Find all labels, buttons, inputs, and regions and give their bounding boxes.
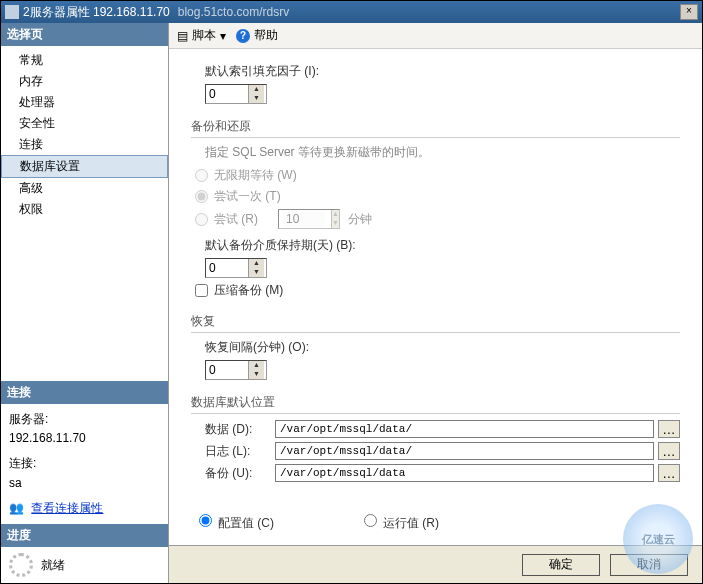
backup-browse-button[interactable]: …: [658, 464, 680, 482]
retention-stepper[interactable]: ▲▼: [205, 258, 267, 278]
select-page-header: 选择页: [1, 23, 168, 46]
wait-indefinitely-label: 无限期等待 (W): [214, 167, 297, 184]
log-location-label: 日志 (L):: [205, 443, 275, 460]
app-icon: [5, 5, 19, 19]
try-once-label: 尝试一次 (T): [214, 188, 281, 205]
try-for-radio: [195, 213, 208, 226]
recovery-interval-stepper[interactable]: ▲▼: [205, 360, 267, 380]
help-button[interactable]: ? 帮助: [236, 27, 278, 44]
sidebar-item-advanced[interactable]: 高级: [1, 178, 168, 199]
sidebar-item-permissions[interactable]: 权限: [1, 199, 168, 220]
ok-button[interactable]: 确定: [522, 554, 600, 576]
data-browse-button[interactable]: …: [658, 420, 680, 438]
connection-info: 服务器: 192.168.11.70 连接: sa 👥 查看连接属性: [1, 404, 168, 524]
fill-factor-input[interactable]: [206, 86, 248, 102]
script-button[interactable]: ▤ 脚本 ▾: [177, 27, 226, 44]
data-location-label: 数据 (D):: [205, 421, 275, 438]
minutes-label: 分钟: [348, 211, 372, 228]
recovery-interval-input[interactable]: [206, 362, 248, 378]
titlebar: 2服务器属性 192.168.11.70 blog.51cto.com/rdsr…: [1, 1, 702, 23]
server-value: 192.168.11.70: [9, 429, 160, 448]
view-connection-properties[interactable]: 👥 查看连接属性: [9, 499, 160, 518]
retention-label: 默认备份介质保持期(天) (B):: [205, 237, 680, 254]
spin-down-icon[interactable]: ▼: [248, 94, 264, 103]
default-locations-section: 数据库默认位置: [191, 394, 680, 414]
sidebar-item-general[interactable]: 常规: [1, 50, 168, 71]
progress-header: 进度: [1, 524, 168, 547]
running-values-radio[interactable]: 运行值 (R): [364, 514, 439, 532]
spin-up-icon[interactable]: ▲: [248, 85, 264, 94]
connection-value: sa: [9, 474, 160, 493]
backup-location-input[interactable]: [275, 464, 654, 482]
configured-values-radio[interactable]: 配置值 (C): [199, 514, 274, 532]
retention-input[interactable]: [206, 260, 248, 276]
recovery-interval-label: 恢复间隔(分钟) (O):: [205, 339, 680, 356]
sidebar-item-security[interactable]: 安全性: [1, 113, 168, 134]
connection-label: 连接:: [9, 454, 160, 473]
log-location-input[interactable]: [275, 442, 654, 460]
chevron-down-icon: ▾: [220, 29, 226, 43]
compress-backup-label: 压缩备份 (M): [214, 282, 283, 299]
window-title: 2服务器属性 192.168.11.70: [23, 4, 170, 21]
close-icon[interactable]: ×: [680, 4, 698, 20]
recovery-section: 恢复: [191, 313, 680, 333]
help-icon: ?: [236, 29, 250, 43]
spinner-icon: [9, 553, 33, 577]
try-for-label: 尝试 (R): [214, 211, 258, 228]
try-minutes-input: [283, 211, 325, 227]
spin-down-icon[interactable]: ▼: [248, 370, 264, 379]
compress-backup-checkbox[interactable]: [195, 284, 208, 297]
try-minutes-stepper: ▲▼: [278, 209, 340, 229]
fill-factor-label: 默认索引填充因子 (I):: [205, 63, 680, 80]
button-bar: 确定 取消: [169, 545, 702, 583]
spin-up-icon[interactable]: ▲: [248, 259, 264, 268]
fill-factor-stepper[interactable]: ▲▼: [205, 84, 267, 104]
spin-down-icon[interactable]: ▼: [248, 268, 264, 277]
watermark-url: blog.51cto.com/rdsrv: [178, 5, 289, 19]
backup-restore-section: 备份和还原: [191, 118, 680, 138]
backup-hint: 指定 SQL Server 等待更换新磁带的时间。: [205, 144, 680, 161]
wait-indefinitely-radio: [195, 169, 208, 182]
server-label: 服务器:: [9, 410, 160, 429]
cancel-button[interactable]: 取消: [610, 554, 688, 576]
try-once-radio: [195, 190, 208, 203]
sidebar-item-database-settings[interactable]: 数据库设置: [1, 155, 168, 178]
spin-up-icon[interactable]: ▲: [248, 361, 264, 370]
page-list: 常规 内存 处理器 安全性 连接 数据库设置 高级 权限: [1, 46, 168, 224]
progress-status: 就绪: [1, 547, 168, 583]
sidebar-item-memory[interactable]: 内存: [1, 71, 168, 92]
log-browse-button[interactable]: …: [658, 442, 680, 460]
sidebar-item-connections[interactable]: 连接: [1, 134, 168, 155]
sidebar-item-processors[interactable]: 处理器: [1, 92, 168, 113]
backup-location-label: 备份 (U):: [205, 465, 275, 482]
script-icon: ▤: [177, 29, 188, 43]
toolbar: ▤ 脚本 ▾ ? 帮助: [169, 23, 702, 49]
people-icon: 👥: [9, 499, 24, 518]
data-location-input[interactable]: [275, 420, 654, 438]
connection-header: 连接: [1, 381, 168, 404]
ready-label: 就绪: [41, 557, 65, 574]
